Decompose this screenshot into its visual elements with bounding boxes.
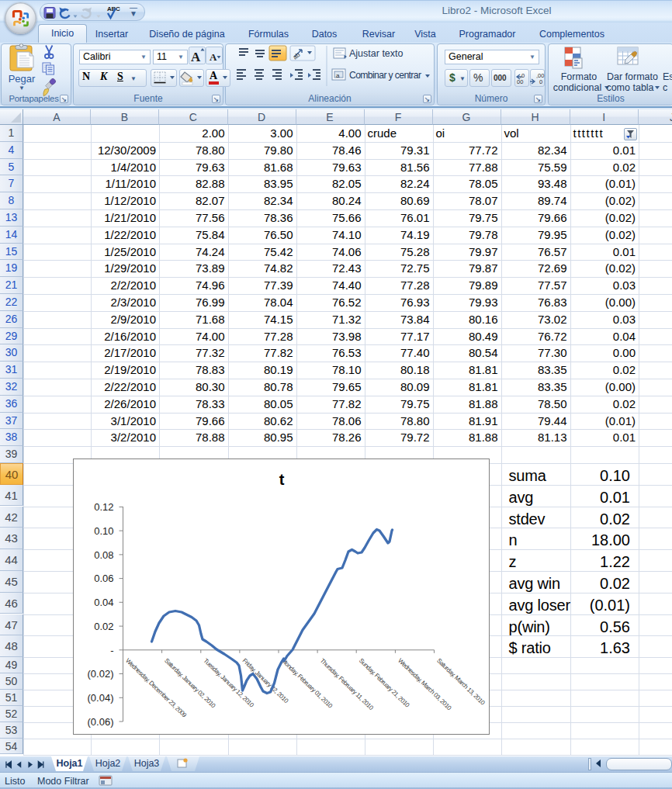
svg-text:00: 00: [517, 78, 523, 85]
svg-text:0.02: 0.02: [94, 621, 113, 632]
svg-text:Dar formato: Dar formato: [607, 71, 658, 82]
svg-text:0.12: 0.12: [94, 501, 113, 513]
svg-text:condicional: condicional: [553, 82, 602, 93]
svg-text:A: A: [191, 50, 201, 64]
svg-text:-: -: [110, 645, 113, 656]
svg-text:c: c: [663, 82, 667, 93]
svg-text:0: 0: [539, 78, 542, 85]
svg-text:t: t: [279, 471, 285, 488]
svg-text:Formato: Formato: [561, 71, 598, 82]
svg-text:Es: Es: [663, 71, 672, 82]
svg-text:(0.06): (0.06): [88, 716, 114, 728]
svg-text:0.08: 0.08: [94, 549, 113, 561]
svg-text:a: a: [336, 72, 340, 79]
svg-text:Ajustar texto: Ajustar texto: [349, 48, 404, 59]
svg-text:A: A: [210, 51, 217, 63]
svg-text:0.04: 0.04: [94, 597, 113, 608]
svg-text:0.06: 0.06: [94, 573, 113, 584]
svg-text:ab: ab: [292, 51, 302, 61]
svg-text:(0.02): (0.02): [88, 668, 114, 680]
svg-text:Combinar y centrar: Combinar y centrar: [349, 70, 421, 81]
svg-text:0.10: 0.10: [94, 525, 113, 537]
svg-text:(0.04): (0.04): [88, 692, 114, 704]
svg-text:como tabla: como tabla: [606, 82, 653, 93]
